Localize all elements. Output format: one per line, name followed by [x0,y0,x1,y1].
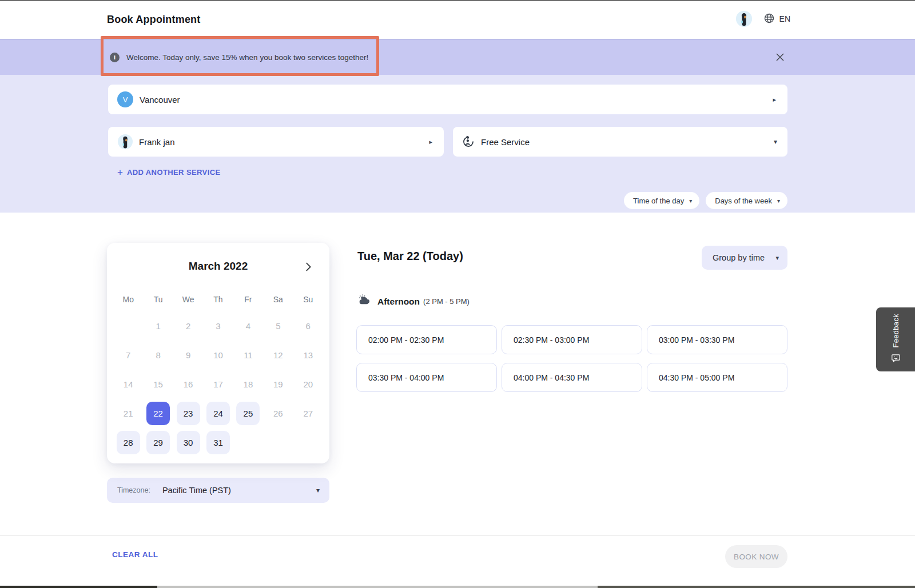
clear-all-button[interactable]: CLEAR ALL [112,550,158,559]
calendar-cell: 23 [173,399,203,428]
calendar-day[interactable]: 23 [177,402,200,425]
calendar-cell [113,311,143,341]
calendar-day: 13 [296,343,320,367]
scrollbar-segment [0,586,157,588]
bottom-scrollbar[interactable] [0,586,915,588]
service-select[interactable]: Free Service ▾ [453,127,787,157]
calendar-cell: 14 [113,370,143,399]
calendar-day: 15 [146,373,170,396]
calendar-cell: 11 [233,341,263,370]
day-header: Th [203,292,233,307]
language-selector[interactable]: EN [763,13,790,26]
service-history-icon [462,135,475,148]
group-by-label: Group by time [713,253,765,262]
cloud-sun-icon [359,294,372,309]
calendar-cell: 13 [293,341,323,370]
calendar-day: 5 [266,314,290,338]
calendar-cell: 29 [143,428,173,457]
chevron-down-icon: ▾ [689,198,692,204]
chevron-right-icon: ▸ [429,138,432,146]
add-another-service-button[interactable]: + ADD ANOTHER SERVICE [117,167,221,177]
filter-chip[interactable]: Time of the day▾ [624,192,699,209]
group-by-select[interactable]: Group by time ▾ [702,246,787,270]
time-slot[interactable]: 04:00 PM - 04:30 PM [502,363,642,392]
staff-name: Frank jan [139,137,175,147]
calendar-cell: 9 [173,341,203,370]
filter-chip-label: Days of the week [715,197,772,205]
calendar-cell: 12 [263,341,293,370]
calendar-day: 19 [266,373,290,396]
calendar-day: 17 [206,373,230,396]
calendar-day-selected[interactable]: 22 [146,402,170,425]
timezone-label: Timezone: [117,486,150,494]
calendar-cell: 19 [263,370,293,399]
calendar-cell: 27 [293,399,323,428]
calendar-cell [263,428,293,457]
chevron-down-icon: ▾ [316,486,320,494]
language-code: EN [779,14,790,23]
close-icon[interactable] [774,51,786,63]
globe-icon [763,13,775,26]
calendar-cell: 4 [233,311,263,341]
period-name: Afternoon [377,297,420,307]
time-slot[interactable]: 02:30 PM - 03:00 PM [502,325,642,354]
feedback-tab[interactable]: Feedback [876,307,915,371]
time-slot[interactable]: 04:30 PM - 05:00 PM [647,363,787,392]
calendar-cell: 3 [203,311,233,341]
annotation-highlight [101,36,379,76]
timezone-value: Pacific Time (PST) [162,486,231,495]
calendar-cell: 2 [173,311,203,341]
staff-card[interactable]: Frank jan ▸ [108,127,444,157]
staff-avatar [118,134,133,149]
next-month-icon[interactable] [302,261,315,273]
day-header: We [173,292,203,307]
calendar-cell: 28 [113,428,143,457]
calendar-day: 27 [296,402,320,425]
location-card[interactable]: V Vancouver ▸ [108,85,787,114]
calendar-card: March 2022 MoTuWeThFrSaSu 12345678910111… [107,243,329,463]
time-slot[interactable]: 03:00 PM - 03:30 PM [647,325,787,354]
calendar-cell: 21 [113,399,143,428]
calendar-day: 8 [146,343,170,367]
book-now-button[interactable]: BOOK NOW [725,545,787,568]
calendar-month-label: March 2022 [107,260,329,273]
chevron-down-icon: ▾ [774,138,777,146]
calendar-day-headers: MoTuWeThFrSaSu [113,292,323,307]
calendar-day[interactable]: 30 [177,431,200,454]
chevron-down-icon: ▾ [775,254,779,262]
calendar-day: 6 [296,314,320,338]
day-header: Mo [113,292,143,307]
filter-chip[interactable]: Days of the week▾ [706,192,787,209]
calendar-cell: 6 [293,311,323,341]
calendar-day[interactable]: 29 [146,431,170,454]
calendar-day: 20 [296,373,320,396]
calendar-day[interactable]: 24 [206,402,230,425]
period-header: Afternoon (2 PM - 5 PM) [359,294,470,309]
calendar-cell: 17 [203,370,233,399]
add-service-label: ADD ANOTHER SERVICE [127,168,221,177]
user-avatar[interactable] [736,11,752,27]
day-header: Sa [263,292,293,307]
booking-section: V Vancouver ▸ Frank jan ▸ [0,75,915,213]
calendar-day: 16 [177,373,200,396]
timezone-select[interactable]: Timezone: Pacific Time (PST) ▾ [107,478,329,503]
calendar-cell: 30 [173,428,203,457]
calendar-day[interactable]: 31 [206,431,230,454]
day-header: Su [293,292,323,307]
feedback-label: Feedback [892,314,900,348]
chevron-right-icon: ▸ [773,96,776,103]
calendar-day[interactable]: 25 [236,402,260,425]
feedback-smiley-icon [891,353,901,365]
calendar-cell: 10 [203,341,233,370]
calendar-cell: 1 [143,311,173,341]
calendar-cell: 5 [263,311,293,341]
calendar-day: 10 [206,343,230,367]
location-initial-badge: V [117,91,133,107]
time-slot[interactable]: 02:00 PM - 02:30 PM [356,325,497,354]
day-header: Fr [233,292,263,307]
calendar-day: 7 [117,343,140,367]
time-slot[interactable]: 03:30 PM - 04:00 PM [356,363,497,392]
calendar-day[interactable]: 28 [117,431,140,454]
calendar-day: 4 [236,314,260,338]
selected-date-heading: Tue, Mar 22 (Today) [357,250,463,263]
